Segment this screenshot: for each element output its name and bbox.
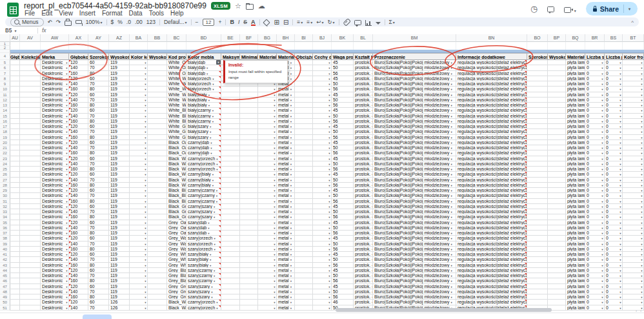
dropdown-icon[interactable]: ▾ [582,200,583,204]
cell-BK[interactable]: 50 [332,81,354,87]
cell-AX[interactable]: 160 [69,167,88,172]
more-formats-button[interactable]: 123 [146,19,156,25]
cell-AW[interactable]: Desktronic▾ [41,188,69,193]
cell-BN[interactable]: regulacja wysokości|stelaż elektryczny▾ [456,231,527,236]
dropdown-icon[interactable]: ▾ [450,136,452,139]
cell-BT[interactable]: ▾ [623,71,644,76]
cell-empty[interactable] [354,46,373,50]
dropdown-icon[interactable]: ▾ [450,94,452,97]
cell-BG[interactable]: ▾ [258,103,277,108]
cell-BM[interactable]: Biuro|Szkoła|Pokój|Pokój młodzieżowy▾ [373,65,456,70]
dropdown-icon[interactable]: ▾ [582,306,583,311]
cell-BK[interactable]: 50 [332,178,354,183]
cell-BM[interactable]: Biuro|Szkoła|Pokój|Pokój młodzieżowy▾ [373,76,456,81]
dropdown-icon[interactable]: ▾ [212,120,214,123]
cell-BH[interactable]: metal▾ [277,273,295,278]
cell-AW[interactable]: Desktronic▾ [41,263,69,268]
cell-AW[interactable]: Desktronic▾ [41,145,69,150]
dropdown-icon[interactable]: ▾ [210,125,211,129]
dropdown-icon[interactable]: ▾ [619,290,621,294]
cell-BT[interactable]: ▾ [623,199,644,204]
dropdown-icon[interactable]: ▾ [450,221,452,225]
cell-BG[interactable]: ▾ [258,98,277,103]
dropdown-icon[interactable]: ▾ [274,285,275,289]
cell-BI[interactable] [295,150,313,156]
cell-BG[interactable]: ▾ [258,167,277,172]
cell-BC[interactable]: Black_Wal [167,305,186,311]
dropdown-icon[interactable]: ▾ [328,274,330,278]
row-number[interactable]: 17 [0,124,10,129]
cell-BQ[interactable]: płyta lam▾ [566,199,585,204]
cell-BO[interactable] [527,145,548,150]
dropdown-icon[interactable]: ▾ [212,179,214,182]
dropdown-icon[interactable]: ▾ [582,269,583,273]
cell-AV[interactable] [20,220,41,225]
cell-AW[interactable]: Desktronic▾ [41,92,69,98]
cell-AU[interactable] [10,135,20,140]
cell-BL[interactable]: prostok.▾ [354,71,373,76]
dropdown-icon[interactable]: ▾ [145,183,146,188]
cell-AX[interactable]: 160 [69,278,88,283]
dropdown-icon[interactable]: ▾ [145,247,146,252]
dropdown-icon[interactable]: ▾ [582,136,583,140]
dropdown-icon[interactable]: ▾ [208,221,209,225]
cell-AZ[interactable]: 119 [109,193,130,198]
cell-BA[interactable]: ▾ [130,236,148,241]
cell-AZ[interactable]: 119 [109,92,130,98]
dropdown-icon[interactable]: ▾ [290,72,292,76]
paint-format-icon[interactable] [75,20,82,24]
cell-BT[interactable]: ▾ [623,193,644,198]
cell-BO[interactable] [527,209,548,214]
cell-BC[interactable]: White_Oak [167,71,186,76]
cell-BL[interactable]: prostok.▾ [354,188,373,193]
cell-AW[interactable]: Desktronic▾ [41,247,69,252]
header-cell-BL[interactable]: Kształt bl [354,53,373,60]
cell-AV[interactable] [20,242,41,247]
dropdown-icon[interactable]: ▾ [328,247,330,252]
dropdown-icon[interactable]: ▾ [328,269,330,273]
cell-AY[interactable]: 60 [88,76,109,81]
dropdown-icon[interactable]: ▾ [450,88,452,91]
cell-BI[interactable] [295,214,313,220]
dropdown-icon[interactable]: ▾ [619,215,621,220]
cell-BL[interactable]: prostok.▾ [354,124,373,129]
cell-BF[interactable] [240,289,258,294]
cell-BK[interactable]: 50 [332,161,354,167]
cell-BP[interactable] [548,124,566,129]
cell-BC[interactable]: Black_Oak [167,145,186,150]
cell-BD[interactable]: czarny|czarny▾ [186,193,221,198]
cell-BB[interactable] [148,65,167,70]
cell-AV[interactable] [20,263,41,268]
column-header-BN[interactable]: BN [456,34,527,42]
row-number[interactable]: 49 [0,294,10,300]
dropdown-icon[interactable]: ▾ [66,98,67,103]
column-header-BK[interactable]: BK [332,34,354,42]
text-color-button[interactable]: A [251,19,256,25]
cell-BP[interactable] [548,284,566,289]
cell-BG[interactable]: ▾ [258,273,277,278]
cell-AW[interactable]: Desktronic▾ [41,108,69,113]
cell-AX[interactable]: 160 [69,119,88,124]
cell-BO[interactable] [527,178,548,183]
cell-BI[interactable] [295,108,313,113]
cell-BG[interactable]: ▾ [258,263,277,268]
cell-BA[interactable]: ▾ [130,87,148,92]
cell-AW[interactable]: Desktronic▾ [41,278,69,283]
cell-BG[interactable]: ▾ [258,156,277,161]
cell-AW[interactable]: Desktronic▾ [41,87,69,92]
cell-AU[interactable] [10,268,20,273]
vertical-align-button[interactable]: ≡▾ [307,19,312,25]
dropdown-icon[interactable]: ▾ [619,119,621,124]
cell-BE[interactable] [221,183,240,188]
cell-BH[interactable]: metal▾ [277,225,295,231]
cell-BF[interactable] [240,124,258,129]
cell-AZ[interactable]: 119 [109,60,130,65]
cell-BE[interactable] [221,231,240,236]
dropdown-icon[interactable]: ▾ [641,252,642,257]
cell-BJ[interactable]: ▾ [313,278,332,283]
dropdown-icon[interactable]: ▾ [619,157,621,161]
cell-BH[interactable]: metal▾ [277,305,295,311]
dropdown-icon[interactable]: ▾ [582,108,583,113]
cell-BN[interactable]: regulacja wysokości|stelaż elektryczny▾ [456,273,527,278]
font-size-input[interactable]: 12 [203,19,215,26]
